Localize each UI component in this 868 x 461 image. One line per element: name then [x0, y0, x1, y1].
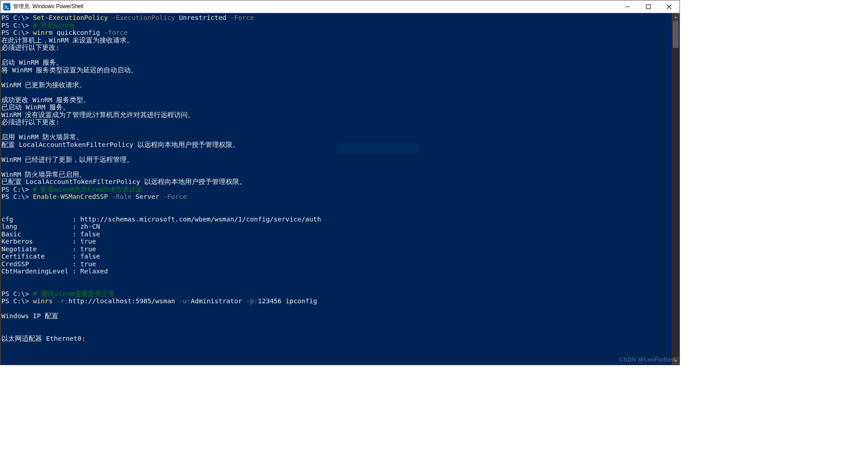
window-controls — [617, 0, 679, 13]
output: lang : zh-CN — [1, 223, 100, 230]
output: 必须进行以下更改: — [1, 44, 60, 51]
cmd: winrs — [33, 297, 53, 305]
output: WinRM 防火墙异常已启用。 — [1, 171, 86, 178]
prompt: PS C:\> — [1, 290, 33, 297]
maximize-button[interactable] — [638, 0, 659, 13]
output: 已启动 WinRM 服务。 — [1, 103, 70, 111]
titlebar[interactable]: 管理员: Windows PowerShell — [0, 0, 679, 13]
output: CredSSP : true — [1, 260, 96, 268]
minimize-button[interactable] — [617, 0, 638, 13]
prompt: PS C:\> — [1, 193, 33, 200]
svg-rect-2 — [646, 5, 651, 9]
param: -force — [100, 29, 127, 36]
powershell-window: 管理员: Windows PowerShell PS C:\> Set-Exec… — [0, 0, 680, 365]
output: Negotiate : true — [1, 245, 96, 253]
csdn-watermark-box — [337, 143, 418, 153]
param: -ExecutionPolicy — [108, 14, 175, 21]
val: http://localhost:5985/wsman — [68, 297, 175, 305]
arg: quickconfig — [53, 29, 100, 36]
prompt: PS C:\> — [1, 22, 33, 29]
prompt: PS C:\> — [1, 186, 33, 193]
powershell-icon — [3, 3, 10, 10]
scroll-thumb[interactable] — [673, 21, 679, 48]
output: 必须进行以下更改: — [1, 118, 60, 126]
output: 在此计算机上，WinRM 未设置为接收请求。 — [1, 37, 133, 44]
output: WinRM 没有设置成为了管理此计算机而允许对其进行远程访问。 — [1, 111, 194, 118]
comment: # 测试winrm连接是否正常 — [33, 290, 115, 297]
prompt: PS C:\> — [1, 29, 33, 36]
output: Basic : false — [1, 230, 100, 238]
comment: # 开启winrm — [33, 22, 74, 29]
cmd: winrm — [33, 29, 53, 36]
output: WinRM 已更新为接收请求。 — [1, 81, 86, 89]
scroll-up-button[interactable] — [672, 13, 679, 21]
csdn-watermark: CSDN @LeoForBest — [619, 356, 676, 363]
output: 以太网适配器 Ethernet0: — [1, 335, 85, 342]
output: WinRM 已经进行了更新，以用于远程管理。 — [1, 156, 133, 163]
output: Certificate : false — [1, 253, 100, 260]
output: 已配置 LocalAccountTokenFilterPolicy 以远程向本地… — [1, 178, 246, 185]
terminal-wrap: PS C:\> Set-ExecutionPolicy -ExecutionPo… — [0, 13, 679, 365]
param: -Force — [159, 193, 187, 200]
output: 启动 WinRM 服务。 — [1, 59, 63, 66]
val: Administrator — [191, 297, 242, 305]
vertical-scrollbar[interactable] — [672, 13, 679, 365]
terminal-output[interactable]: PS C:\> Set-ExecutionPolicy -ExecutionPo… — [0, 13, 672, 365]
cmd: Enable-WSManCredSSP — [33, 193, 108, 200]
output: cfg : http://schemas.microsoft.com/wbem/… — [1, 216, 321, 223]
param: -Role — [108, 193, 132, 200]
scroll-track[interactable] — [672, 21, 679, 357]
output: 成功更改 WinRM 服务类型。 — [1, 96, 90, 103]
val: 123456 ipconfig — [258, 297, 317, 305]
close-button[interactable] — [659, 0, 679, 13]
output: 将 WinRM 服务类型设置为延迟的自动启动。 — [1, 66, 137, 74]
val: Server — [132, 193, 159, 200]
cmd: Set-ExecutionPolicy — [33, 14, 108, 21]
prompt: PS C:\> — [1, 14, 33, 21]
param: -p: — [242, 297, 258, 305]
prompt: PS C:\> — [1, 297, 33, 305]
param: -u: — [175, 297, 191, 305]
comment: # 配置winrm允许CredSSP方式认证 — [33, 186, 142, 193]
output: Windows IP 配置 — [1, 312, 58, 320]
output: 启用 WinRM 防火墙异常。 — [1, 133, 83, 141]
param: -Force — [226, 14, 254, 21]
param: -r: — [53, 297, 69, 305]
output: Kerberos : true — [1, 238, 96, 245]
window-title: 管理员: Windows PowerShell — [13, 3, 617, 10]
val: Unrestricted — [175, 14, 226, 21]
output: CbtHardeningLevel : Relaxed — [1, 268, 108, 275]
output: 配置 LocalAccountTokenFilterPolicy 以远程向本地用… — [1, 141, 239, 148]
